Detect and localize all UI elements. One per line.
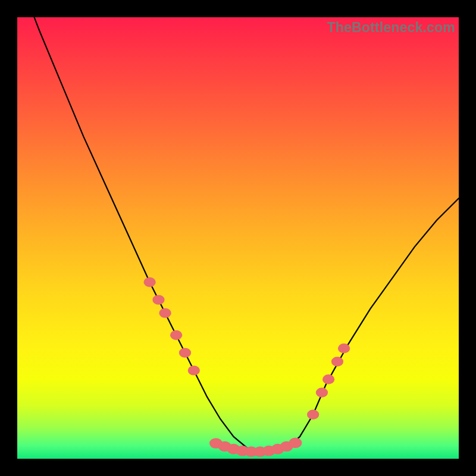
curve-marker <box>143 277 155 287</box>
curve-marker <box>188 365 200 375</box>
curve-marker <box>289 437 302 448</box>
curve-marker <box>331 357 343 367</box>
curve-marker <box>179 348 191 358</box>
chart-frame: TheBottleneck.com <box>0 0 476 476</box>
marker-layer <box>143 277 350 457</box>
curve-marker <box>307 410 319 419</box>
curve-marker <box>316 388 328 397</box>
curve-marker <box>152 295 164 305</box>
curve-marker <box>170 330 182 340</box>
bottleneck-curve <box>17 17 459 452</box>
curve-marker <box>159 308 171 318</box>
plot-area: TheBottleneck.com <box>17 17 459 459</box>
chart-svg <box>17 17 459 459</box>
curve-marker <box>322 374 334 384</box>
curve-marker <box>338 343 350 353</box>
